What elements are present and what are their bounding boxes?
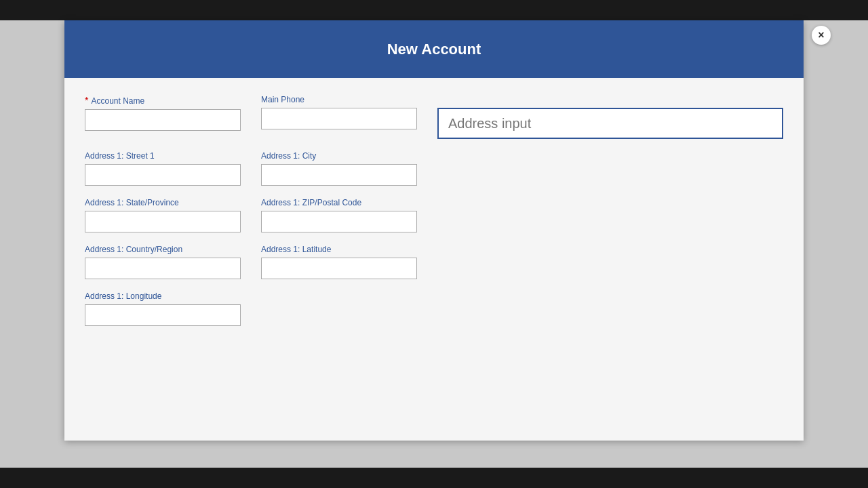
modal-wrapper: New Account × * Account Name Main Phone (0, 20, 868, 468)
address-fields-section: Address 1: Street 1 Address 1: City Addr… (85, 151, 783, 338)
top-bar (0, 0, 868, 20)
address-input-group (437, 95, 783, 139)
required-indicator: * (85, 95, 88, 106)
address-input-field[interactable] (437, 108, 783, 139)
city-label: Address 1: City (261, 151, 417, 161)
account-name-group: * Account Name (85, 95, 241, 131)
latitude-group: Address 1: Latitude (261, 245, 417, 279)
longitude-input[interactable] (85, 304, 241, 326)
account-name-label: Account Name (91, 96, 144, 106)
city-input[interactable] (261, 164, 417, 186)
zip-group: Address 1: ZIP/Postal Code (261, 198, 417, 232)
longitude-label: Address 1: Longitude (85, 291, 241, 301)
country-input[interactable] (85, 258, 241, 279)
city-group: Address 1: City (261, 151, 417, 186)
longitude-group: Address 1: Longitude (85, 291, 241, 326)
state-input[interactable] (85, 211, 241, 232)
zip-input[interactable] (261, 211, 417, 232)
main-phone-group: Main Phone (261, 95, 417, 129)
country-group: Address 1: Country/Region (85, 245, 241, 279)
country-label: Address 1: Country/Region (85, 245, 241, 254)
close-button[interactable]: × (812, 26, 831, 45)
street1-label: Address 1: Street 1 (85, 151, 241, 161)
bottom-bar (0, 468, 868, 488)
zip-label: Address 1: ZIP/Postal Code (261, 198, 417, 207)
modal-title: New Account (387, 41, 481, 58)
account-name-input[interactable] (85, 109, 241, 131)
latitude-input[interactable] (261, 258, 417, 279)
main-phone-label: Main Phone (261, 95, 417, 104)
state-group: Address 1: State/Province (85, 198, 241, 232)
latitude-label: Address 1: Latitude (261, 245, 417, 254)
state-label: Address 1: State/Province (85, 198, 241, 207)
main-phone-input[interactable] (261, 108, 417, 129)
street1-group: Address 1: Street 1 (85, 151, 241, 186)
modal-body: * Account Name Main Phone (64, 78, 804, 441)
modal-header: New Account × (64, 20, 804, 78)
street1-input[interactable] (85, 164, 241, 186)
modal: New Account × * Account Name Main Phone (64, 20, 804, 441)
